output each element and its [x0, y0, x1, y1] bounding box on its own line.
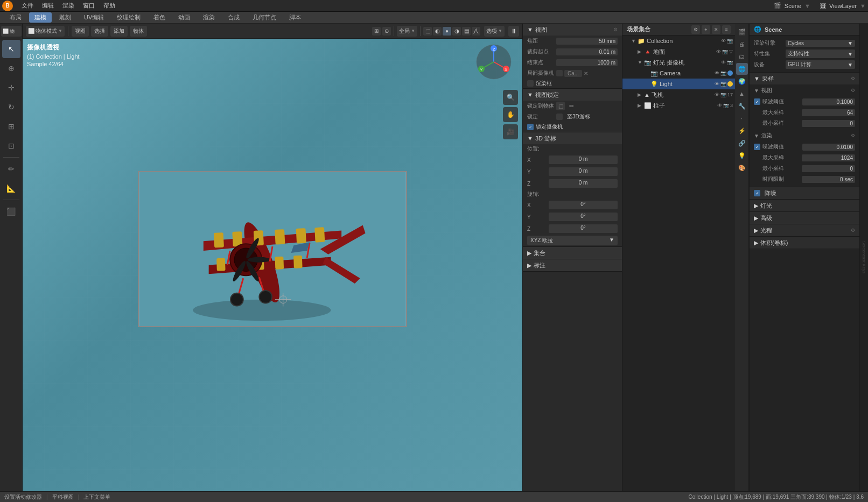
- focal-length-value[interactable]: 50 mm: [556, 38, 618, 45]
- constraints-props-icon[interactable]: 🔗: [736, 137, 748, 149]
- measure-tool[interactable]: 📐: [2, 179, 20, 197]
- view-section-header[interactable]: ▼ 视图 ⚙: [523, 24, 622, 36]
- lock-camera-cb[interactable]: ✓: [527, 124, 534, 130]
- add-menu[interactable]: 添加: [110, 26, 128, 37]
- cursor-3d-header[interactable]: ▼ 3D 游标: [523, 132, 622, 144]
- menu-help[interactable]: 帮助: [99, 1, 120, 11]
- plane-vis-icon[interactable]: 👁: [715, 92, 719, 97]
- cursor-y-val[interactable]: 0 m: [549, 167, 618, 176]
- sampling-settings[interactable]: ⚙: [851, 76, 855, 81]
- select-tool[interactable]: ↖: [2, 40, 20, 58]
- render-props-icon[interactable]: 🎬: [736, 26, 748, 38]
- tab-animation[interactable]: 动画: [173, 12, 195, 23]
- cg-render-icon[interactable]: 📷: [727, 60, 733, 65]
- render-frame-cb[interactable]: [527, 80, 534, 87]
- pan-icon[interactable]: ✋: [503, 107, 518, 122]
- render-engine-dropdown[interactable]: Cycles ▼: [786, 40, 855, 47]
- annotate-tool[interactable]: ✏: [2, 160, 20, 178]
- light-path-header[interactable]: ▶ 光程 ⚙: [750, 224, 859, 236]
- lock-object-btn[interactable]: ⬚: [556, 102, 565, 110]
- new-scene-icon[interactable]: +: [702, 25, 710, 34]
- menu-file[interactable]: 文件: [17, 1, 38, 11]
- tab-texture-paint[interactable]: 纹理绘制: [111, 12, 146, 23]
- camera-icon[interactable]: 🎥: [503, 124, 518, 139]
- add-cube-tool[interactable]: ⬛: [2, 202, 20, 221]
- render-sub-settings[interactable]: ⚙: [851, 133, 855, 138]
- overlay-toggle[interactable]: ▤: [462, 27, 471, 36]
- feature-set-dropdown[interactable]: 支持特性 ▼: [786, 50, 855, 58]
- scene-props-icon[interactable]: 🌐: [736, 63, 748, 75]
- sampling-header[interactable]: ▼ 采样 ⚙: [750, 73, 859, 84]
- volume-header[interactable]: ▶ 体积(卷标): [750, 237, 859, 249]
- clip-start-value[interactable]: 0.01 m: [556, 48, 618, 55]
- render-min-val[interactable]: 0: [802, 165, 855, 172]
- viewport-shading-2[interactable]: ◐: [433, 27, 442, 36]
- tree-camera[interactable]: ▶ 📷 Camera 👁 📷: [622, 68, 735, 79]
- transform-global[interactable]: 全局 ▼: [397, 26, 417, 37]
- viewport-shading-4[interactable]: ◑: [452, 27, 461, 36]
- cursor-tool[interactable]: ⊕: [2, 59, 20, 77]
- object-mode-dropdown[interactable]: ⬜ 物体模式 ▼: [26, 26, 65, 37]
- cam-vis-icon[interactable]: 👁: [715, 70, 719, 76]
- collection-vis-icon[interactable]: 👁: [721, 38, 726, 44]
- ground-render-icon[interactable]: 📷: [722, 49, 728, 54]
- view-menu[interactable]: 视图: [72, 26, 89, 37]
- tree-column[interactable]: ▶ ⬜ 柱子 👁 📷 3: [622, 100, 735, 111]
- material-props-icon[interactable]: 🎨: [736, 162, 748, 174]
- viewport-shading-3[interactable]: ●: [443, 27, 451, 36]
- object-menu[interactable]: 物体: [130, 26, 147, 37]
- render-noise-val[interactable]: 0.0100: [802, 144, 855, 151]
- min-samples-val[interactable]: 0: [802, 120, 855, 127]
- menu-render[interactable]: 渲染: [58, 1, 79, 11]
- snap-icon[interactable]: ⊞: [372, 27, 381, 36]
- viewport-3d[interactable]: 摄像机透视 (1) Collection | Light Sample 42/6…: [23, 39, 522, 491]
- denoising-cb[interactable]: ✓: [754, 190, 760, 196]
- tab-scripting[interactable]: 脚本: [284, 12, 306, 23]
- camera-assign-btn[interactable]: Ca...: [564, 70, 582, 77]
- tab-compositing[interactable]: 合成: [222, 12, 245, 23]
- move-tool[interactable]: ✛: [2, 79, 20, 97]
- render-noise-cb[interactable]: ✓: [754, 144, 760, 150]
- clip-end-value[interactable]: 1000 m: [556, 59, 618, 66]
- rotate-tool[interactable]: ↻: [2, 98, 20, 116]
- view-lock-header[interactable]: ▼ 视图锁定: [523, 89, 622, 101]
- cursor-x-val[interactable]: 0 m: [549, 155, 618, 164]
- camera-close-icon[interactable]: ✕: [584, 70, 588, 76]
- cg-vis-icon[interactable]: 👁: [721, 60, 726, 65]
- device-dropdown[interactable]: GPU 计算 ▼: [786, 60, 855, 69]
- light-vis-icon[interactable]: 👁: [715, 81, 719, 87]
- max-samples-val[interactable]: 64: [802, 109, 855, 116]
- tab-sculpt[interactable]: 雕刻: [54, 12, 76, 23]
- cursor-z-val[interactable]: 0 m: [549, 179, 618, 188]
- lock-object-edit[interactable]: ✏: [569, 103, 574, 110]
- tab-render[interactable]: 渲染: [198, 12, 220, 23]
- data-props-icon[interactable]: 💡: [736, 150, 748, 161]
- cursor-rx-val[interactable]: 0°: [549, 201, 618, 209]
- select-menu[interactable]: 选择: [91, 26, 108, 37]
- modifier-props-icon[interactable]: 🔧: [736, 100, 748, 112]
- lighting-header[interactable]: ▶ 灯光: [750, 200, 859, 211]
- render-max-val[interactable]: 1024: [802, 154, 855, 161]
- viewport-sub-settings[interactable]: ⚙: [851, 88, 855, 93]
- filter-icon[interactable]: ⚙: [691, 25, 700, 34]
- tree-airplane[interactable]: ▶ ▲ 飞机 👁 📷 17: [622, 89, 735, 100]
- column-vis-icon[interactable]: 👁: [717, 103, 722, 108]
- tab-geometry-nodes[interactable]: 几何节点: [247, 12, 282, 23]
- noise-threshold-val[interactable]: 0.1000: [802, 98, 855, 105]
- time-limit-val[interactable]: 0 sec: [802, 176, 855, 183]
- menu-window[interactable]: 窗口: [79, 1, 99, 11]
- options-menu[interactable]: 选项 ▼: [484, 26, 505, 37]
- render-pause-btn[interactable]: ⏸: [508, 26, 519, 37]
- menu-edit[interactable]: 编辑: [38, 1, 58, 11]
- tab-layout[interactable]: 布局: [4, 12, 27, 23]
- object-props-icon[interactable]: ▲: [736, 88, 748, 100]
- delete-scene-icon[interactable]: ✕: [712, 25, 720, 34]
- column-render-icon[interactable]: 📷: [723, 103, 729, 108]
- proportional-icon[interactable]: ⊙: [382, 27, 391, 36]
- collection-render-icon[interactable]: 📷: [727, 38, 733, 44]
- world-props-icon[interactable]: 🌍: [736, 75, 748, 87]
- tree-camera-light-group[interactable]: ▼ 📷 灯光 摄像机 👁 📷: [622, 57, 735, 68]
- tree-collection[interactable]: ▼ 📁 Collection 👁 📷: [622, 36, 735, 46]
- cursor-rz-val[interactable]: 0°: [549, 224, 618, 233]
- settings-icon[interactable]: ≡: [722, 25, 731, 34]
